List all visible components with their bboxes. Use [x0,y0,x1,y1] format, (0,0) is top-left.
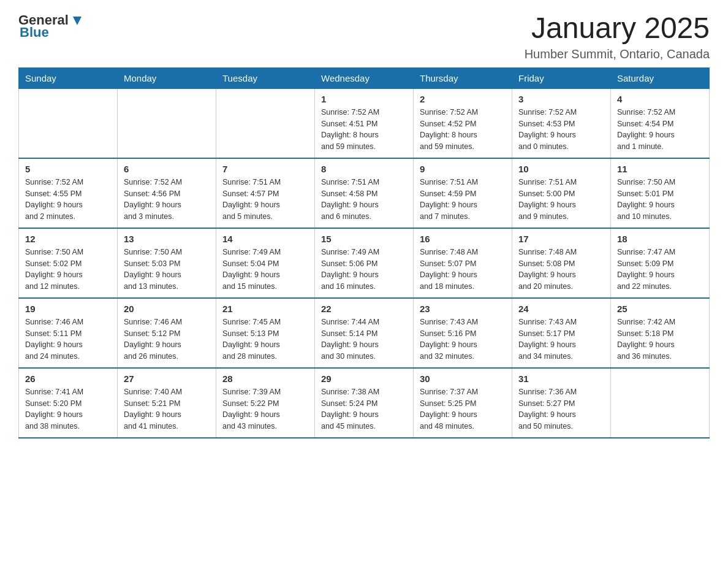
table-row: 6Sunrise: 7:52 AM Sunset: 4:56 PM Daylig… [118,158,216,228]
table-row: 19Sunrise: 7:46 AM Sunset: 5:11 PM Dayli… [19,298,118,368]
logo: General Blue [18,12,84,40]
table-row: 25Sunrise: 7:42 AM Sunset: 5:18 PM Dayli… [611,298,710,368]
table-row: 27Sunrise: 7:40 AM Sunset: 5:21 PM Dayli… [118,368,216,438]
day-info: Sunrise: 7:51 AM Sunset: 4:58 PM Dayligh… [321,177,407,223]
day-info: Sunrise: 7:51 AM Sunset: 4:57 PM Dayligh… [222,177,308,223]
table-row: 28Sunrise: 7:39 AM Sunset: 5:22 PM Dayli… [216,368,315,438]
day-info: Sunrise: 7:40 AM Sunset: 5:21 PM Dayligh… [124,386,210,432]
logo-blue-text: Blue [20,25,49,40]
day-info: Sunrise: 7:51 AM Sunset: 5:00 PM Dayligh… [518,177,604,223]
day-info: Sunrise: 7:50 AM Sunset: 5:03 PM Dayligh… [124,247,210,293]
day-info: Sunrise: 7:51 AM Sunset: 4:59 PM Dayligh… [420,177,506,223]
day-info: Sunrise: 7:49 AM Sunset: 5:06 PM Dayligh… [321,247,407,293]
calendar-subtitle: Humber Summit, Ontario, Canada [525,47,710,61]
day-number: 12 [25,234,111,244]
table-row [611,368,710,438]
day-number: 23 [420,304,506,314]
table-row: 9Sunrise: 7:51 AM Sunset: 4:59 PM Daylig… [414,158,512,228]
table-row: 23Sunrise: 7:43 AM Sunset: 5:16 PM Dayli… [414,298,512,368]
title-area: January 2025 Humber Summit, Ontario, Can… [525,12,710,61]
day-info: Sunrise: 7:50 AM Sunset: 5:02 PM Dayligh… [25,247,111,293]
day-number: 18 [617,234,703,244]
day-number: 3 [518,94,604,104]
day-number: 15 [321,234,407,244]
day-number: 31 [518,373,604,384]
day-info: Sunrise: 7:46 AM Sunset: 5:11 PM Dayligh… [25,316,111,362]
col-thursday: Thursday [414,67,512,88]
calendar-table: Sunday Monday Tuesday Wednesday Thursday… [18,67,710,439]
calendar-header-row: Sunday Monday Tuesday Wednesday Thursday… [19,67,710,88]
table-row: 30Sunrise: 7:37 AM Sunset: 5:25 PM Dayli… [414,368,512,438]
col-saturday: Saturday [611,67,710,88]
calendar-week-row: 19Sunrise: 7:46 AM Sunset: 5:11 PM Dayli… [19,298,710,368]
table-row [216,88,315,158]
day-info: Sunrise: 7:38 AM Sunset: 5:24 PM Dayligh… [321,386,407,432]
table-row: 14Sunrise: 7:49 AM Sunset: 5:04 PM Dayli… [216,228,315,298]
day-info: Sunrise: 7:48 AM Sunset: 5:07 PM Dayligh… [420,247,506,293]
day-number: 5 [25,164,111,174]
day-number: 29 [321,373,407,384]
day-number: 26 [25,373,111,384]
day-number: 24 [518,304,604,314]
table-row: 18Sunrise: 7:47 AM Sunset: 5:09 PM Dayli… [611,228,710,298]
day-number: 8 [321,164,407,174]
table-row: 1Sunrise: 7:52 AM Sunset: 4:51 PM Daylig… [315,88,414,158]
day-info: Sunrise: 7:47 AM Sunset: 5:09 PM Dayligh… [617,247,703,293]
table-row: 12Sunrise: 7:50 AM Sunset: 5:02 PM Dayli… [19,228,118,298]
day-info: Sunrise: 7:39 AM Sunset: 5:22 PM Dayligh… [222,386,308,432]
col-wednesday: Wednesday [315,67,414,88]
day-number: 30 [420,373,506,384]
day-info: Sunrise: 7:52 AM Sunset: 4:53 PM Dayligh… [518,107,604,153]
day-number: 16 [420,234,506,244]
day-number: 14 [222,234,308,244]
day-info: Sunrise: 7:52 AM Sunset: 4:56 PM Dayligh… [124,177,210,223]
day-number: 17 [518,234,604,244]
day-info: Sunrise: 7:44 AM Sunset: 5:14 PM Dayligh… [321,316,407,362]
page-header: General Blue January 2025 Humber Summit,… [18,12,710,61]
day-info: Sunrise: 7:52 AM Sunset: 4:54 PM Dayligh… [617,107,703,153]
day-number: 27 [124,373,210,384]
day-info: Sunrise: 7:36 AM Sunset: 5:27 PM Dayligh… [518,386,604,432]
day-info: Sunrise: 7:43 AM Sunset: 5:16 PM Dayligh… [420,316,506,362]
day-number: 20 [124,304,210,314]
table-row: 17Sunrise: 7:48 AM Sunset: 5:08 PM Dayli… [512,228,611,298]
day-number: 22 [321,304,407,314]
table-row [19,88,118,158]
table-row: 13Sunrise: 7:50 AM Sunset: 5:03 PM Dayli… [118,228,216,298]
table-row: 24Sunrise: 7:43 AM Sunset: 5:17 PM Dayli… [512,298,611,368]
table-row: 5Sunrise: 7:52 AM Sunset: 4:55 PM Daylig… [19,158,118,228]
day-info: Sunrise: 7:45 AM Sunset: 5:13 PM Dayligh… [222,316,308,362]
day-number: 11 [617,164,703,174]
day-number: 7 [222,164,308,174]
day-info: Sunrise: 7:41 AM Sunset: 5:20 PM Dayligh… [25,386,111,432]
col-monday: Monday [118,67,216,88]
day-info: Sunrise: 7:52 AM Sunset: 4:52 PM Dayligh… [420,107,506,153]
day-info: Sunrise: 7:52 AM Sunset: 4:55 PM Dayligh… [25,177,111,223]
table-row: 22Sunrise: 7:44 AM Sunset: 5:14 PM Dayli… [315,298,414,368]
calendar-week-row: 5Sunrise: 7:52 AM Sunset: 4:55 PM Daylig… [19,158,710,228]
table-row: 16Sunrise: 7:48 AM Sunset: 5:07 PM Dayli… [414,228,512,298]
table-row: 8Sunrise: 7:51 AM Sunset: 4:58 PM Daylig… [315,158,414,228]
day-number: 9 [420,164,506,174]
calendar-week-row: 26Sunrise: 7:41 AM Sunset: 5:20 PM Dayli… [19,368,710,438]
day-number: 6 [124,164,210,174]
table-row: 10Sunrise: 7:51 AM Sunset: 5:00 PM Dayli… [512,158,611,228]
table-row: 29Sunrise: 7:38 AM Sunset: 5:24 PM Dayli… [315,368,414,438]
calendar-title: January 2025 [525,12,710,45]
logo-triangle-icon [70,14,84,28]
svg-marker-0 [73,17,82,25]
table-row: 7Sunrise: 7:51 AM Sunset: 4:57 PM Daylig… [216,158,315,228]
day-number: 19 [25,304,111,314]
table-row: 2Sunrise: 7:52 AM Sunset: 4:52 PM Daylig… [414,88,512,158]
day-number: 13 [124,234,210,244]
day-number: 2 [420,94,506,104]
table-row: 3Sunrise: 7:52 AM Sunset: 4:53 PM Daylig… [512,88,611,158]
calendar-week-row: 12Sunrise: 7:50 AM Sunset: 5:02 PM Dayli… [19,228,710,298]
day-number: 1 [321,94,407,104]
day-number: 21 [222,304,308,314]
day-info: Sunrise: 7:42 AM Sunset: 5:18 PM Dayligh… [617,316,703,362]
table-row: 4Sunrise: 7:52 AM Sunset: 4:54 PM Daylig… [611,88,710,158]
table-row: 15Sunrise: 7:49 AM Sunset: 5:06 PM Dayli… [315,228,414,298]
day-info: Sunrise: 7:50 AM Sunset: 5:01 PM Dayligh… [617,177,703,223]
day-info: Sunrise: 7:48 AM Sunset: 5:08 PM Dayligh… [518,247,604,293]
